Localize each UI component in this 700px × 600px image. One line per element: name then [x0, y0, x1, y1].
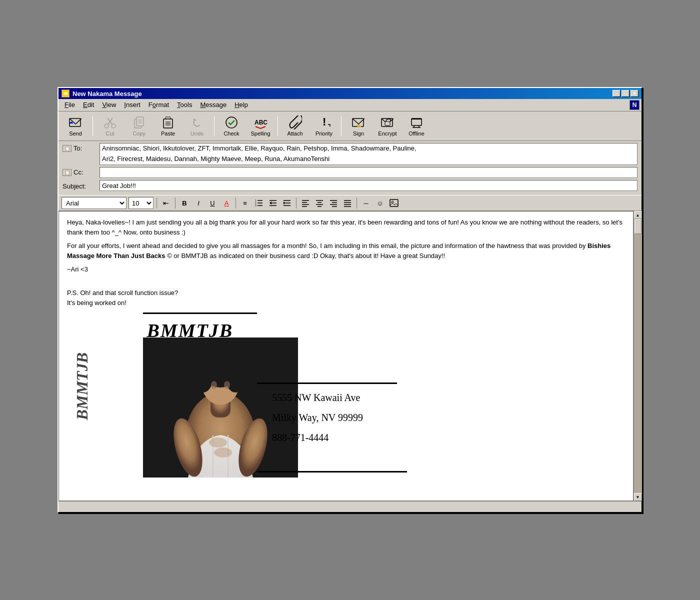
spelling-label: Spelling	[250, 130, 270, 136]
svg-point-68	[211, 381, 217, 389]
cc-label: 📋 Cc:	[62, 167, 98, 176]
menu-help[interactable]: Help	[230, 100, 252, 110]
top-line	[143, 312, 257, 314]
send-label: Send	[69, 130, 82, 136]
biz-card: BMMTJB	[67, 312, 625, 482]
undo-label: Undo	[190, 130, 204, 136]
size-select[interactable]: 8 9 10 11 12 14	[128, 197, 154, 209]
offline-label: Offline	[408, 130, 424, 136]
encrypt-label: Encrypt	[378, 130, 396, 136]
bold-button[interactable]: B	[178, 198, 190, 208]
toolbar: Send Cut	[58, 112, 642, 141]
body-paragraph-1: Heya, Naka-lovelies~! I am just sending …	[67, 218, 625, 237]
titlebar-left: ✉ New Nakama Message	[62, 90, 142, 98]
svg-text:!: !	[322, 116, 326, 128]
paste-button[interactable]: Paste	[154, 114, 182, 138]
paste-label: Paste	[161, 130, 175, 136]
to-input-container: Aninsomniac, Shiori, Ikkutolover, ZFT, I…	[100, 143, 638, 165]
cc-row: 📋 Cc:	[62, 167, 638, 178]
emoticon-button[interactable]: ☺	[374, 198, 386, 208]
minimize-button[interactable]: ─	[612, 90, 620, 97]
align-right-button[interactable]	[328, 198, 340, 208]
address-line3: 888-771-4444	[272, 428, 363, 448]
indent-decrease-button[interactable]: ⇤	[160, 198, 172, 208]
svg-point-4	[104, 124, 108, 128]
svg-point-5	[112, 124, 116, 128]
scroll-down-button[interactable]: ▼	[634, 493, 642, 501]
to-row: 📋 To: Aninsomniac, Shiori, Ikkutolover, …	[62, 143, 638, 165]
svg-marker-42	[284, 202, 286, 204]
svg-point-69	[224, 381, 230, 389]
scroll-up-button[interactable]: ▲	[634, 211, 642, 219]
undo-button[interactable]: Undo	[183, 114, 211, 138]
cc-input[interactable]	[100, 167, 638, 178]
offline-button[interactable]: Offline	[402, 114, 430, 138]
increase-indent-button[interactable]	[281, 198, 293, 208]
app-logo: N	[630, 100, 640, 110]
spelling-icon: ABC	[254, 116, 268, 130]
ordered-list-button[interactable]: 1 2 3	[253, 198, 265, 208]
to-icon: 📋	[62, 145, 72, 152]
decrease-indent-button[interactable]	[267, 198, 279, 208]
encrypt-icon	[380, 116, 394, 130]
align-center-button[interactable]	[314, 198, 326, 208]
unordered-list-button[interactable]: ≡	[239, 198, 251, 208]
copy-icon	[132, 116, 146, 130]
image-button[interactable]	[388, 198, 400, 208]
svg-rect-24	[412, 118, 422, 126]
font-select[interactable]: Arial Times New Roman Courier New Verdan…	[62, 197, 126, 209]
menu-insert[interactable]: Insert	[120, 100, 144, 110]
address-block: 5555 NW Kawaii Ave Milky Way, NV 99999 8…	[272, 388, 363, 448]
send-button[interactable]: Send	[62, 114, 90, 138]
app-icon: ✉	[62, 90, 70, 98]
check-icon	[224, 116, 238, 130]
body-signature: ~Ari <3	[67, 264, 625, 274]
close-button[interactable]: ✕	[630, 90, 638, 97]
body-wrapper: Heya, Naka-lovelies~! I am just sending …	[58, 211, 642, 501]
check-button[interactable]: Check	[218, 114, 246, 138]
align-left-button[interactable]	[300, 198, 312, 208]
menu-message[interactable]: Message	[196, 100, 230, 110]
copy-button[interactable]: Copy	[125, 114, 153, 138]
body-ps-line2: It's being worked on!	[67, 298, 625, 308]
cut-button[interactable]: Cut	[96, 114, 124, 138]
svg-marker-16	[194, 118, 196, 122]
scroll-thumb[interactable]	[634, 219, 642, 234]
sign-button[interactable]: ✍ Sign	[344, 114, 372, 138]
attach-button[interactable]: Attach	[281, 114, 309, 138]
subject-label: Subject:	[62, 181, 98, 190]
subject-input[interactable]	[100, 180, 638, 191]
italic-button[interactable]: I	[192, 198, 204, 208]
toolbar-sep-4	[341, 116, 342, 136]
priority-label: Priority	[316, 130, 332, 136]
attach-icon	[288, 116, 302, 130]
cc-icon: 📋	[62, 169, 72, 176]
toolbar-sep-3	[278, 116, 278, 136]
encrypt-button[interactable]: Encrypt	[374, 114, 402, 138]
align-justify-button[interactable]	[342, 198, 354, 208]
priority-button[interactable]: ! Priority	[310, 114, 338, 138]
menu-edit[interactable]: Edit	[79, 100, 98, 110]
fmt-sep-2	[175, 198, 176, 208]
to-input-line1[interactable]: Aninsomniac, Shiori, Ikkutolover, ZFT, I…	[100, 143, 638, 154]
underline-button[interactable]: U	[206, 198, 218, 208]
to-input-line2[interactable]: Ari2, Firecrest, Maidesu, Dannah, Mighty…	[100, 154, 638, 165]
maximize-button[interactable]: □	[622, 90, 630, 97]
menu-format[interactable]: Format	[144, 100, 173, 110]
menubar: File Edit View Insert Format Tools Messa…	[58, 99, 642, 112]
send-icon	[68, 116, 82, 130]
menu-tools[interactable]: Tools	[173, 100, 196, 110]
body-paragraph-2: For all your efforts, I went ahead and d…	[67, 241, 625, 260]
menu-file[interactable]: File	[60, 100, 79, 110]
bottom-line	[257, 471, 407, 472]
horizontal-rule-button[interactable]: ─	[360, 198, 372, 208]
body-content[interactable]: Heya, Naka-lovelies~! I am just sending …	[58, 211, 634, 501]
menu-view[interactable]: View	[98, 100, 120, 110]
spelling-button[interactable]: ABC Spelling	[246, 114, 274, 138]
statusbar	[58, 501, 642, 512]
svg-point-66	[193, 362, 213, 392]
scroll-track[interactable]	[634, 219, 642, 493]
sign-label: Sign	[353, 130, 364, 136]
font-color-button[interactable]: A	[220, 198, 232, 208]
fmt-sep-1	[156, 198, 157, 208]
